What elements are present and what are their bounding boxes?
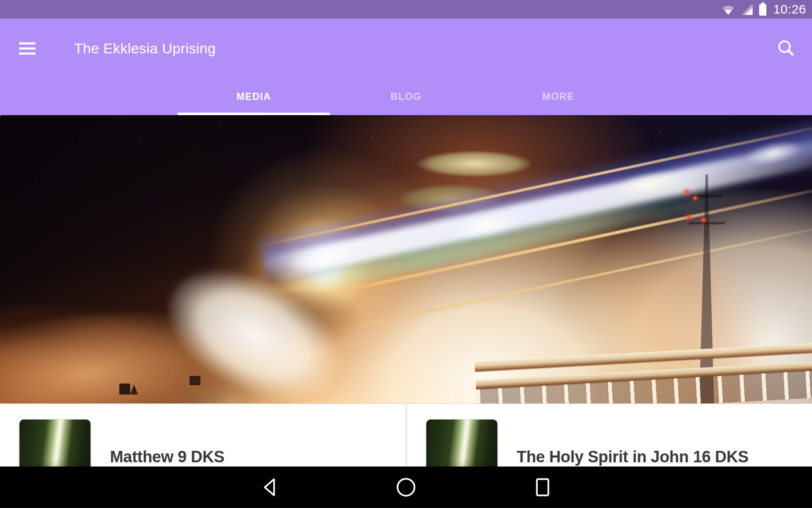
road-sign — [119, 384, 130, 395]
tab-blog[interactable]: BLOG — [330, 78, 482, 115]
tab-media[interactable]: MEDIA — [178, 78, 330, 115]
tab-bar: MEDIA BLOG MORE — [178, 78, 634, 115]
stars — [0, 115, 1, 116]
status-clock: 10:26 — [773, 2, 806, 17]
tab-more[interactable]: MORE — [482, 78, 634, 115]
battery-icon — [759, 4, 766, 16]
status-bar: 10:26 — [0, 0, 812, 19]
android-screen: 10:26 The Ekklesia Uprising MEDIA BLOG — [0, 0, 812, 508]
app-bar: The Ekklesia Uprising MEDIA BLOG MORE — [0, 19, 812, 115]
tab-more-label: MORE — [542, 91, 574, 102]
recents-icon[interactable] — [522, 467, 563, 508]
road-sign — [189, 376, 200, 385]
cell-signal-icon — [741, 3, 754, 16]
list-item[interactable]: Matthew 9 DKS — [0, 404, 406, 467]
tab-media-label: MEDIA — [236, 91, 271, 102]
toolbar-row: The Ekklesia Uprising — [0, 19, 812, 78]
media-thumbnail — [19, 420, 91, 467]
app-title: The Ekklesia Uprising — [74, 40, 216, 57]
media-thumbnail — [426, 420, 497, 467]
tab-blog-label: BLOG — [391, 91, 422, 102]
hero-image — [0, 115, 812, 403]
guardrail — [475, 343, 812, 403]
wifi-icon — [721, 3, 735, 16]
media-title: The Holy Spirit in John 16 DKS — [517, 448, 749, 466]
list-item[interactable]: The Holy Spirit in John 16 DKS — [407, 404, 812, 467]
warning-sign — [130, 384, 138, 395]
media-title: Matthew 9 DKS — [110, 448, 225, 466]
media-list: Matthew 9 DKS The Holy Spirit in John 16… — [0, 403, 812, 467]
search-icon[interactable] — [776, 38, 796, 58]
hamburger-menu-icon[interactable] — [19, 38, 39, 58]
home-icon[interactable] — [386, 467, 426, 508]
navigation-bar — [0, 467, 812, 508]
back-icon[interactable] — [250, 467, 290, 508]
